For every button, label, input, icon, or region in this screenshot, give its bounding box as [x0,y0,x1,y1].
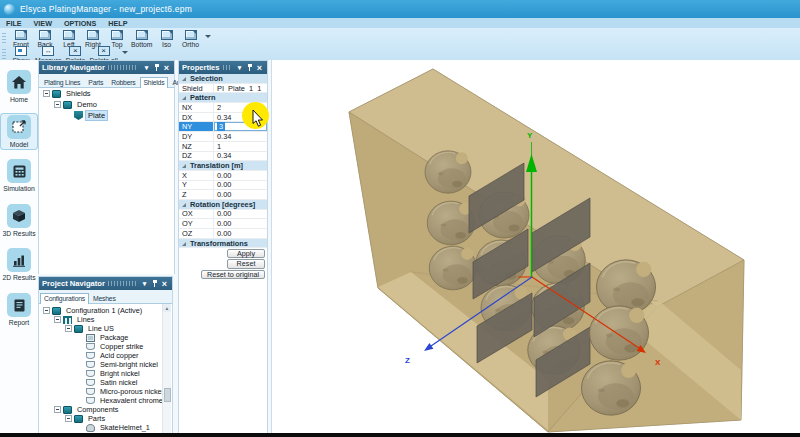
tree-item[interactable]: Demo [39,99,174,110]
library-tab[interactable]: Parts [84,77,107,87]
tree-item[interactable]: Copper strike [39,342,172,351]
property-row[interactable]: Y Y 0.00 Y [179,181,267,191]
expander-icon[interactable] [54,101,61,108]
property-value-field[interactable]: 0.00 [214,210,267,219]
property-row[interactable]: Selection Selection Selection [179,74,267,84]
property-row[interactable]: X X 0.00 X [179,171,267,181]
property-row[interactable]: NZ NZ 1 NZ [179,142,267,152]
transform-button[interactable]: Reset [227,259,265,269]
scroll-up-icon[interactable] [163,304,171,312]
property-value-field[interactable]: 0.34 [214,152,267,161]
menu-item[interactable]: HELP [108,19,127,28]
tree-item[interactable]: Hexavalent chrome [39,396,172,405]
sidebar-item-3d-results[interactable]: 3D Results [1,203,37,239]
project-navigator-panel: Project Navigator Configurations Meshes … [38,276,173,437]
transform-button[interactable]: Reset to original [201,270,265,280]
property-value-field[interactable]: 0.00 [214,229,267,238]
window-title: Elsyca PlatingManager - new_project6.epm [20,4,192,14]
expander-icon[interactable] [65,415,72,422]
tree-item[interactable]: Plate [39,110,174,121]
library-tab[interactable]: Plating Lines [40,77,84,87]
panel-menu-caret-icon[interactable] [140,279,149,288]
tree-item[interactable]: Components [39,405,172,414]
property-row[interactable]: DY DY 0.34 DY [179,132,267,142]
panel-pin-icon[interactable] [152,63,161,72]
tree-item[interactable]: Parts [39,414,172,423]
panel-drag-handle[interactable] [223,65,231,70]
property-row[interactable]: OX OX 0.00 OX [179,210,267,220]
3d-viewport[interactable]: Y X Z [271,60,800,437]
property-value-field[interactable]: 1 [214,142,267,151]
sidebar-item-2d-results[interactable]: 2D Results [1,247,37,283]
panel-close-icon[interactable] [255,63,264,72]
property-row[interactable]: Z Z 0.00 Z [179,190,267,200]
library-tab[interactable]: Shields [140,77,169,88]
sidebar-item-report[interactable]: Report [1,292,37,328]
expander-icon[interactable] [43,307,50,314]
property-value-field[interactable]: 0.00 [214,219,267,228]
tree-item[interactable]: Package [39,333,172,342]
property-row[interactable]: Rotation [degrees] Rotation [degrees] Ro… [179,200,267,210]
toolbar-overflow-caret-icon[interactable] [205,35,211,41]
toolbar-overflow-caret-icon[interactable] [122,51,128,57]
toolbar-grip-icon[interactable] [2,31,6,43]
panel-close-icon[interactable] [162,63,171,72]
property-row[interactable]: Shield Shield PI_Plate_1_1 Shield [179,84,267,94]
property-row[interactable]: Reset to original Reset to original Rese… [179,269,267,279]
library-tab[interactable]: Robbers [107,77,139,87]
titlebar[interactable]: Elsyca PlatingManager - new_project6.epm [0,0,800,18]
property-value-field[interactable]: 0.00 [214,171,267,180]
menu-item[interactable]: FILE [6,19,22,28]
property-row[interactable]: Translation [m] Translation [m] Translat… [179,161,267,171]
panel-close-icon[interactable] [160,279,169,288]
property-value-field[interactable]: 0.00 [214,190,267,199]
tree-item[interactable]: Line US [39,324,172,333]
toolbar-button[interactable]: Iso [157,29,177,48]
sidebar-item-home[interactable]: Home [1,69,37,105]
toolbar-button[interactable]: Bottom [131,29,153,48]
property-value-field[interactable]: 0.34 [214,132,267,141]
expander-icon[interactable] [54,316,61,323]
project-tab[interactable]: Meshes [89,293,120,303]
panel-drag-handle[interactable] [108,281,136,286]
expander-icon[interactable] [54,406,61,413]
toolbar-button[interactable]: Ortho [181,29,201,48]
panel-menu-caret-icon[interactable] [235,63,244,72]
expander-icon[interactable] [43,90,50,97]
panel-menu-caret-icon[interactable] [142,63,151,72]
project-navigator-header[interactable]: Project Navigator [39,277,172,290]
sidebar-item-model[interactable]: Model [1,114,37,150]
transform-button[interactable]: Apply [227,249,265,259]
project-tab[interactable]: Configurations [40,293,89,304]
tree-item[interactable]: Acid copper [39,351,172,360]
expander-icon[interactable] [65,325,72,332]
properties-header[interactable]: Properties [179,61,267,74]
tree-item[interactable]: Satin nickel [39,378,172,387]
toolbar-grip-icon[interactable] [2,47,6,59]
panel-drag-handle[interactable] [108,65,138,70]
tree-item[interactable]: Lines [39,315,172,324]
tree-item[interactable]: Semi-bright nickel [39,360,172,369]
tree-item[interactable]: SkateHelmet_1 [39,423,172,432]
property-row[interactable]: Reset Reset Reset [179,259,267,269]
property-row[interactable]: OZ OZ 0.00 OZ [179,229,267,239]
panel-pin-icon[interactable] [245,63,254,72]
property-row[interactable]: Apply Apply Apply [179,248,267,258]
property-row[interactable]: DZ DZ 0.34 DZ [179,152,267,162]
menu-item[interactable]: OPTIONS [64,19,96,28]
property-value-field[interactable]: PI_Plate_1_1 [214,84,267,93]
property-row[interactable]: Transformations Transformations Transfor… [179,239,267,249]
scrollbar-thumb[interactable] [164,388,171,402]
property-value-field[interactable]: 0.00 [214,181,267,190]
project-tree-scrollbar[interactable] [162,304,171,435]
library-navigator-header[interactable]: Library Navigator [39,61,174,74]
tree-item[interactable]: Shields [39,88,174,99]
sidebar-item-simulation[interactable]: Simulation [1,158,37,194]
tree-item[interactable]: Micro-porous nickel [39,387,172,396]
library-tree: Shields Demo Plate [39,88,174,274]
tree-item[interactable]: Configuration 1 (Active) [39,306,172,315]
panel-pin-icon[interactable] [150,279,159,288]
property-row[interactable]: OY OY 0.00 OY [179,219,267,229]
tree-item[interactable]: Bright nickel [39,369,172,378]
menu-item[interactable]: VIEW [34,19,52,28]
